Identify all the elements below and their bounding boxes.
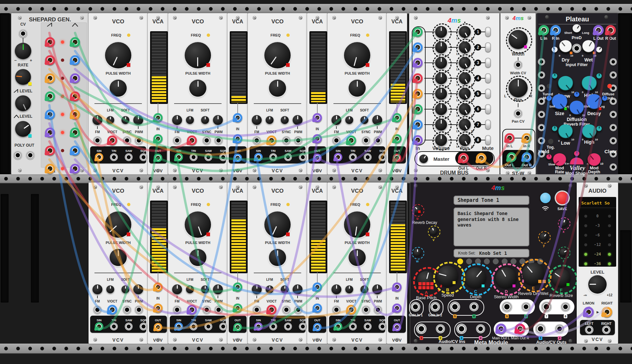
knob-vco-pwm-amount-5[interactable] xyxy=(133,284,143,294)
vca-audio-input-jack[interactable] xyxy=(313,134,322,143)
knob-vco-soft-button-6[interactable] xyxy=(201,285,209,293)
sin-output-jack[interactable] xyxy=(334,153,342,161)
page-dot-5[interactable] xyxy=(493,258,499,264)
tri-out-jack-6[interactable] xyxy=(70,128,80,137)
plateau-r-out-jack[interactable] xyxy=(605,25,616,36)
vca-cv-input-jack[interactable] xyxy=(153,113,163,122)
mute-switch-3[interactable] xyxy=(485,58,491,68)
tri-output-jack[interactable] xyxy=(110,323,118,330)
knob-vco-lfm-button-6[interactable] xyxy=(186,285,194,293)
knob-vco-fm-amount-2[interactable] xyxy=(172,115,182,125)
knob-drum-pan-6[interactable] xyxy=(459,103,471,115)
vca-output-jack[interactable] xyxy=(233,154,242,162)
knob-drum-master-level[interactable] xyxy=(419,155,428,163)
sqr-output-jack[interactable] xyxy=(140,323,147,330)
gate-in-1-jack[interactable] xyxy=(410,302,420,312)
knob-vco-pwm-amount-4[interactable] xyxy=(372,115,382,125)
gate-in-2-jack[interactable] xyxy=(430,302,440,312)
drum-in-jack-1[interactable] xyxy=(413,27,423,37)
knob-vco-soft-button-1[interactable] xyxy=(121,116,129,124)
knob-vco-lfm-button-5[interactable] xyxy=(106,285,114,293)
tri-output-jack[interactable] xyxy=(349,323,357,330)
vca-cv-input-jack[interactable] xyxy=(233,113,242,122)
pan-cv-jack[interactable] xyxy=(514,109,522,118)
knob-vco-lfm-button-1[interactable] xyxy=(106,116,114,124)
cv-input-jack[interactable] xyxy=(19,29,27,38)
vca-level-slider[interactable] xyxy=(309,31,327,104)
diffuse-input-button[interactable] xyxy=(607,84,612,88)
tri-out-jack-4[interactable] xyxy=(70,91,80,101)
saw-out-jack-2[interactable] xyxy=(45,55,55,65)
knob-shepard-saw-level[interactable] xyxy=(15,95,31,111)
knob-vco-pulse-width-8[interactable] xyxy=(349,249,366,266)
mute-switch-1[interactable] xyxy=(485,27,491,37)
audio-in-5-jack[interactable] xyxy=(450,302,460,312)
vca-cv-input-jack[interactable] xyxy=(313,113,322,122)
main-out-r-jack[interactable] xyxy=(515,324,525,334)
knob-vco-pulse-width-1[interactable] xyxy=(110,80,127,97)
sqr-output-jack[interactable] xyxy=(299,323,307,330)
vca-level-slider[interactable] xyxy=(389,31,407,104)
pwm-input-jack[interactable] xyxy=(135,305,143,314)
drum-in-jack-3[interactable] xyxy=(413,58,423,68)
fm-input-jack[interactable] xyxy=(252,305,261,314)
tri-output-jack[interactable] xyxy=(269,323,277,330)
stw-out-r-jack[interactable] xyxy=(522,152,532,162)
saw-output-jack[interactable] xyxy=(284,323,292,330)
fm-input-jack[interactable] xyxy=(93,305,102,314)
knob-drum-volume-3[interactable] xyxy=(435,57,447,69)
knob-vco-fm-amount-6[interactable] xyxy=(172,284,182,294)
audio-in-1-jack[interactable] xyxy=(416,324,427,334)
pwm-input-jack[interactable] xyxy=(135,136,143,145)
knob-drum-volume-2[interactable] xyxy=(435,41,447,53)
vca-cv-input-jack[interactable] xyxy=(153,282,163,292)
knob-vco-lfm-button-7[interactable] xyxy=(266,285,274,293)
knob-meta-knob-x[interactable] xyxy=(560,219,567,227)
vca-audio-input-jack[interactable] xyxy=(392,134,402,143)
drum-in-jack-4[interactable] xyxy=(413,73,423,83)
plateau-cv-jack-left-1[interactable] xyxy=(538,71,545,79)
sqr-output-jack[interactable] xyxy=(379,153,386,161)
voct-input-jack[interactable] xyxy=(107,135,117,145)
knob-vco-soft-button-3[interactable] xyxy=(281,116,289,124)
knob-vco-pwm-amount-6[interactable] xyxy=(213,284,223,294)
knob-vco-pwm-amount-1[interactable] xyxy=(133,115,143,125)
voct-input-jack[interactable] xyxy=(107,305,117,315)
plateau-cv-jack-right-5[interactable] xyxy=(610,124,617,131)
pwm-input-jack[interactable] xyxy=(294,136,303,145)
sync-input-jack[interactable] xyxy=(123,136,131,145)
vca-output-jack[interactable] xyxy=(233,323,242,331)
fm-input-jack[interactable] xyxy=(332,136,341,145)
knob-drum-pan-8[interactable] xyxy=(459,134,471,146)
plateau-cv-jack-left-2[interactable] xyxy=(538,85,545,92)
sin-output-jack[interactable] xyxy=(174,153,183,161)
tuned-mode-button[interactable] xyxy=(547,84,551,88)
vca-output-jack[interactable] xyxy=(313,323,322,331)
vca-level-slider[interactable] xyxy=(150,201,168,273)
drum-in-jack-6[interactable] xyxy=(413,104,423,114)
knob-plateau-diffusion-atten[interactable] xyxy=(574,92,580,98)
stw-in-l-jack[interactable] xyxy=(505,133,514,143)
master-out-l-jack[interactable] xyxy=(458,153,469,163)
sin-output-jack[interactable] xyxy=(95,153,103,161)
voct-input-jack[interactable] xyxy=(187,305,197,315)
vca-level-slider[interactable] xyxy=(230,201,248,273)
audio-out-8-jack[interactable] xyxy=(561,302,570,311)
drum-in-jack-7[interactable] xyxy=(413,120,423,130)
knob-vco-fm-amount-1[interactable] xyxy=(92,115,102,125)
knob-plateau-input-low[interactable] xyxy=(557,76,574,92)
vca-audio-input-jack[interactable] xyxy=(313,303,322,313)
voct-input-jack[interactable] xyxy=(346,135,356,145)
knob-meta-knob-w[interactable] xyxy=(413,249,421,256)
knob-vco-lfm-button-2[interactable] xyxy=(186,116,194,124)
voct-input-jack[interactable] xyxy=(267,135,276,145)
tri-out-jack-1[interactable] xyxy=(70,37,80,47)
plateau-cv-jack-left-6[interactable] xyxy=(538,137,545,144)
sqr-output-jack[interactable] xyxy=(219,323,227,330)
pwm-input-jack[interactable] xyxy=(374,305,382,314)
fm-input-jack[interactable] xyxy=(93,136,102,145)
knob-meta-knob-v[interactable] xyxy=(430,227,437,235)
voct-input-jack[interactable] xyxy=(267,305,276,315)
plateau-cv-jack-left-4[interactable] xyxy=(538,111,545,118)
width-cv-jack[interactable] xyxy=(514,61,522,69)
